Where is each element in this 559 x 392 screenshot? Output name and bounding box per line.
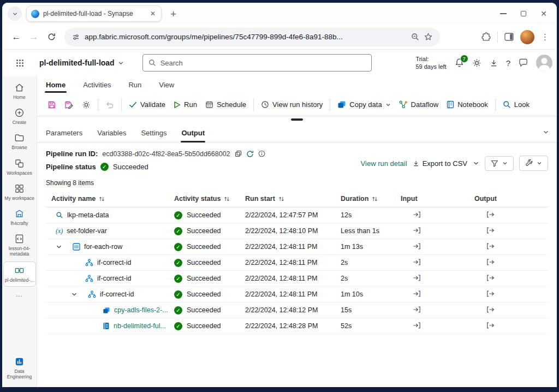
table-row[interactable]: for-each-row ✓Succeeded 2/22/2024, 12:48… xyxy=(46,239,548,255)
activity-name-link[interactable]: nb-delimited-ful... xyxy=(114,322,166,330)
sidebar-item-pl-delimited[interactable]: pl-delimited-... xyxy=(3,262,36,287)
column-options-button[interactable] xyxy=(519,156,548,171)
table-row[interactable]: cpy-adls-files-2-... ✓Succeeded 2/22/202… xyxy=(46,302,548,318)
output-icon[interactable] xyxy=(486,274,495,283)
sidebar-item-home[interactable]: Home xyxy=(3,79,36,103)
view-run-detail-link[interactable]: View run detail xyxy=(361,159,407,168)
ribbon-tab-home[interactable]: Home xyxy=(46,76,66,93)
forward-button[interactable]: → xyxy=(26,29,41,45)
global-search-input[interactable]: Search xyxy=(142,54,372,72)
browser-tab[interactable]: pl-delimited-full-load - Synapse ✕ xyxy=(26,5,162,22)
input-icon[interactable] xyxy=(413,227,421,236)
collapse-chevron-icon[interactable] xyxy=(71,291,78,298)
output-icon[interactable] xyxy=(486,290,495,299)
bookmark-star-icon[interactable] xyxy=(424,33,432,41)
sidebar-item-data-engineering[interactable]: Data Engineering xyxy=(3,353,36,383)
input-icon[interactable] xyxy=(413,242,421,252)
filter-button[interactable] xyxy=(485,156,514,171)
url-text[interactable]: app.fabric.microsoft.com/groups/me/pipel… xyxy=(85,33,406,41)
sort-icon[interactable] xyxy=(224,196,230,202)
sort-icon[interactable] xyxy=(372,196,378,202)
ribbon-tab-run[interactable]: Run xyxy=(128,76,141,93)
input-icon[interactable] xyxy=(413,258,421,268)
refresh-button[interactable] xyxy=(44,29,59,45)
tab-settings[interactable]: Settings xyxy=(141,123,166,142)
panel-collapse-button[interactable] xyxy=(543,128,549,138)
account-avatar[interactable] xyxy=(536,55,552,71)
notifications-button[interactable]: 7 xyxy=(455,58,464,68)
tab-output[interactable]: Output xyxy=(181,123,205,142)
panel-drag-handle[interactable] xyxy=(291,118,303,121)
run-button[interactable]: Run xyxy=(170,97,201,112)
validate-button[interactable]: Validate xyxy=(125,97,169,112)
sidebar-more-button[interactable]: ... xyxy=(16,288,22,301)
table-row[interactable]: nb-delimited-ful... ✓Succeeded 2/22/2024… xyxy=(46,318,548,334)
copy-data-button[interactable]: Copy data xyxy=(334,97,394,112)
extensions-icon[interactable] xyxy=(481,32,491,41)
new-tab-button[interactable]: + xyxy=(168,9,179,19)
browser-menu-icon[interactable]: ⋮ xyxy=(541,32,549,42)
notebook-button[interactable]: Notebook xyxy=(443,97,492,112)
maximize-button[interactable] xyxy=(521,11,526,16)
sidebar-item-lh4crafty[interactable]: lh4crafty xyxy=(3,205,36,229)
output-icon[interactable] xyxy=(486,227,495,236)
export-menu-button[interactable] xyxy=(473,160,479,167)
col-header-activity-status[interactable]: Activity status xyxy=(169,195,240,203)
input-icon[interactable] xyxy=(413,290,421,299)
save-button[interactable] xyxy=(44,97,60,112)
minimize-button[interactable] xyxy=(500,13,507,14)
tab-close-icon[interactable]: ✕ xyxy=(149,10,157,17)
export-to-csv-button[interactable]: Export to CSV xyxy=(413,159,467,168)
ribbon-tab-activities[interactable]: Activities xyxy=(83,76,111,93)
view-run-history-button[interactable]: View run history xyxy=(257,97,326,112)
address-bar[interactable]: app.fabric.microsoft.com/groups/me/pipel… xyxy=(64,28,440,46)
table-row[interactable]: (x) set-folder-var ✓Succeeded 2/22/2024,… xyxy=(46,223,548,239)
output-icon[interactable] xyxy=(486,242,495,252)
app-launcher-button[interactable] xyxy=(2,59,37,67)
download-icon[interactable] xyxy=(490,59,498,67)
sort-icon[interactable] xyxy=(99,196,105,202)
tab-variables[interactable]: Variables xyxy=(97,123,126,142)
settings-gear-icon[interactable] xyxy=(472,58,481,68)
lookup-button[interactable]: Look xyxy=(499,97,533,112)
input-icon[interactable] xyxy=(413,211,421,220)
output-icon[interactable] xyxy=(486,322,495,331)
col-header-activity-name[interactable]: Activity name xyxy=(46,195,169,203)
help-button[interactable]: ? xyxy=(506,58,510,68)
sidebar-item-browse[interactable]: Browse xyxy=(3,129,36,153)
activity-name-link[interactable]: cpy-adls-files-2-... xyxy=(114,306,168,314)
close-window-button[interactable]: ✕ xyxy=(540,10,547,17)
table-row[interactable]: if-correct-id ✓Succeeded 2/22/2024, 12:4… xyxy=(46,287,548,302)
undo-button[interactable] xyxy=(102,97,118,112)
sort-icon[interactable] xyxy=(278,196,284,202)
output-icon[interactable] xyxy=(486,306,495,315)
collapse-chevron-icon[interactable] xyxy=(56,243,62,250)
output-icon[interactable] xyxy=(486,211,495,220)
input-icon[interactable] xyxy=(413,322,421,331)
zoom-icon[interactable] xyxy=(411,33,419,41)
feedback-icon[interactable] xyxy=(519,58,528,67)
refresh-run-button[interactable] xyxy=(246,150,254,158)
side-panel-icon[interactable] xyxy=(504,33,514,41)
schedule-button[interactable]: Schedule xyxy=(201,97,250,112)
table-row[interactable]: lkp-meta-data ✓Succeeded 2/22/2024, 12:4… xyxy=(46,207,548,223)
copy-run-id-button[interactable] xyxy=(235,150,242,157)
sidebar-item-workspaces[interactable]: Workspaces xyxy=(3,155,36,179)
tab-search-button[interactable] xyxy=(8,7,22,21)
sidebar-item-lesson-04-metadata[interactable]: lesson-04-metadata xyxy=(3,230,36,260)
table-row[interactable]: if-correct-id ✓Succeeded 2/22/2024, 12:4… xyxy=(46,271,548,287)
tab-parameters[interactable]: Parameters xyxy=(46,123,82,142)
save-as-button[interactable] xyxy=(61,97,78,112)
sidebar-item-my-workspace[interactable]: My workspace xyxy=(3,180,36,204)
sidebar-item-create[interactable]: Create xyxy=(3,104,36,128)
ribbon-tab-view[interactable]: View xyxy=(159,76,174,93)
col-header-duration[interactable]: Duration xyxy=(335,195,395,203)
browser-profile-avatar[interactable] xyxy=(520,30,534,44)
pipeline-title-dropdown[interactable]: pl-delimited-full-load xyxy=(39,58,124,67)
site-settings-icon[interactable] xyxy=(72,33,80,41)
back-button[interactable]: ← xyxy=(9,29,24,45)
input-icon[interactable] xyxy=(413,274,421,283)
dataflow-button[interactable]: Dataflow xyxy=(395,97,443,112)
input-icon[interactable] xyxy=(413,306,421,315)
run-info-button[interactable] xyxy=(258,150,265,157)
